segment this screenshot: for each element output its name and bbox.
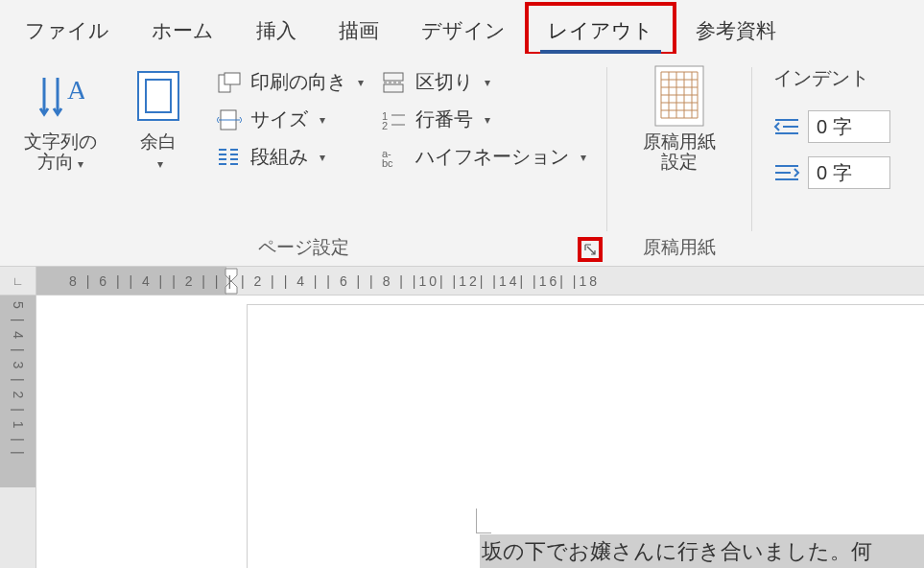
columns-icon (216, 146, 243, 169)
tab-home[interactable]: ホーム (130, 4, 235, 54)
indent-right-input[interactable] (808, 156, 890, 189)
indent-title: インデント (773, 65, 890, 97)
chevron-down-icon: ▾ (316, 151, 325, 164)
line-numbers-icon: 12 (381, 108, 408, 131)
breaks-icon (381, 71, 408, 94)
horizontal-ruler[interactable]: 8 | 6 | | 4 | | 2 | | | | 2 | | 4 | | 6 … (36, 267, 924, 296)
chevron-down-icon: ▾ (316, 113, 325, 127)
orientation-button[interactable]: 印刷の向き ▾ (216, 69, 364, 95)
manuscript-settings-label: 原稿用紙 設定 (643, 132, 716, 173)
chevron-down-icon: ▾ (481, 113, 490, 127)
page (248, 305, 924, 568)
breaks-label: 区切り (415, 69, 473, 95)
document-area[interactable]: 坂の下でお嬢さんに行き合いました。何 (36, 296, 924, 568)
page-setup-stack-1: 印刷の向き ▾ サイズ ▾ 段組み ▾ (216, 65, 364, 170)
breaks-button[interactable]: 区切り ▾ (381, 69, 586, 95)
tab-file[interactable]: ファイル (4, 4, 130, 54)
columns-label: 段組み (250, 144, 308, 170)
tab-references[interactable]: 参考資料 (675, 4, 797, 54)
page-setup-stack-2: 区切り ▾ 12 行番号 ▾ a-bc ハイフネーション ▾ (381, 65, 586, 170)
margins-button[interactable]: 余白▾ (118, 65, 199, 173)
ruler-corner: ∟ (0, 267, 36, 296)
line-numbers-label: 行番号 (415, 106, 473, 132)
page-setup-dialog-launcher[interactable] (578, 237, 603, 262)
svg-text:A: A (67, 75, 84, 105)
group-indent: インデント (752, 54, 924, 266)
ribbon: A 文字列の 方向▾ 余白▾ 印刷の向き ▾ (0, 54, 924, 267)
text-direction-button[interactable]: A 文字列の 方向▾ (20, 65, 101, 173)
hyphenation-button[interactable]: a-bc ハイフネーション ▾ (381, 144, 586, 170)
text-direction-label: 文字列の 方向▾ (24, 132, 97, 173)
svg-text:2: 2 (382, 120, 388, 131)
cursor-guide (476, 509, 491, 533)
tab-design[interactable]: デザイン (400, 4, 527, 54)
ruler-v-ticks: 5 | 4 | 3 | 2 | 1 | | (11, 296, 26, 458)
tab-strip: ファイル ホーム 挿入 描画 デザイン レイアウト 参考資料 (0, 0, 924, 54)
chevron-down-icon: ▾ (74, 157, 83, 171)
tab-draw[interactable]: 描画 (318, 4, 400, 54)
chevron-down-icon: ▾ (354, 76, 364, 89)
chevron-down-icon: ▾ (577, 151, 586, 164)
size-icon (216, 108, 243, 131)
chevron-down-icon: ▾ (481, 76, 490, 89)
workspace: ∟ 8 | 6 | | 4 | | 2 | | | | 2 | | 4 | | … (0, 267, 924, 568)
group-label-page-setup: ページ設定 (258, 231, 349, 260)
columns-button[interactable]: 段組み ▾ (216, 144, 364, 170)
svg-rect-27 (655, 66, 703, 126)
tab-layout[interactable]: レイアウト (527, 4, 675, 54)
group-page-setup: A 文字列の 方向▾ 余白▾ 印刷の向き ▾ (0, 54, 606, 266)
manuscript-icon (652, 65, 707, 127)
indent-left-row (773, 110, 890, 143)
svg-rect-18 (384, 73, 403, 81)
line-numbers-button[interactable]: 12 行番号 ▾ (381, 106, 586, 132)
indent-right-icon (773, 162, 800, 183)
hyphenation-icon: a-bc (381, 146, 408, 169)
margins-icon (136, 65, 180, 127)
hyphenation-label: ハイフネーション (415, 144, 569, 170)
indent-right-row (773, 156, 890, 189)
ruler-h-ticks: 8 | 6 | | 4 | | 2 | | | | 2 | | 4 | | 6 … (36, 273, 600, 289)
svg-text:bc: bc (382, 157, 393, 169)
indent-left-input[interactable] (808, 110, 890, 143)
group-label-manuscript: 原稿用紙 (643, 231, 716, 260)
chevron-down-icon: ▾ (154, 157, 163, 171)
text-direction-icon: A (36, 65, 84, 127)
margins-label: 余白▾ (140, 132, 177, 173)
size-button[interactable]: サイズ ▾ (216, 106, 364, 132)
size-label: サイズ (250, 106, 308, 132)
svg-rect-7 (225, 73, 240, 84)
vertical-ruler[interactable]: 5 | 4 | 3 | 2 | 1 | | (0, 296, 36, 568)
orientation-icon (216, 71, 243, 94)
svg-rect-19 (384, 84, 403, 92)
tab-insert[interactable]: 挿入 (235, 4, 318, 54)
indent-left-icon (773, 116, 800, 137)
document-text[interactable]: 坂の下でお嬢さんに行き合いました。何 (480, 534, 924, 568)
manuscript-settings-button[interactable]: 原稿用紙 設定 (627, 65, 732, 173)
orientation-label: 印刷の向き (250, 69, 346, 95)
group-manuscript: 原稿用紙 設定 原稿用紙 (607, 54, 751, 266)
